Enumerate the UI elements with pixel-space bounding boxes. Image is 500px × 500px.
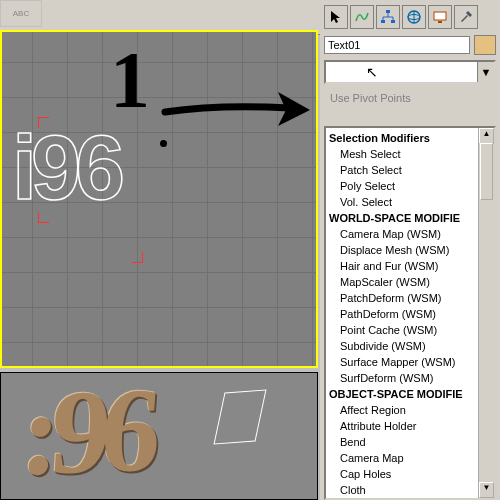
modifier-item[interactable]: Point Cache (WSM) [326, 322, 494, 338]
modifier-group-header: Selection Modifiers [326, 130, 494, 146]
modifier-item[interactable]: Camera Map (WSM) [326, 226, 494, 242]
text-object-i96[interactable]: i96 [12, 117, 119, 220]
modifier-group-header: WORLD-SPACE MODIFIE [326, 210, 494, 226]
modifier-item[interactable]: Hair and Fur (WSM) [326, 258, 494, 274]
svg-rect-1 [381, 20, 385, 23]
use-pivot-points-label: Use Pivot Points [324, 90, 496, 106]
modifier-item[interactable]: PathDeform (WSM) [326, 306, 494, 322]
svg-rect-0 [386, 10, 390, 13]
scroll-up-button[interactable]: ▲ [479, 128, 494, 144]
modifier-item[interactable]: Poly Select [326, 178, 494, 194]
modifier-group-header: OBJECT-SPACE MODIFIE [326, 386, 494, 402]
toolbar-cropped-left: ABC [0, 0, 42, 27]
motion-globe-icon[interactable] [402, 5, 426, 29]
utilities-hammer-icon[interactable] [454, 5, 478, 29]
modifier-item[interactable]: Cap Holes [326, 466, 494, 482]
display-monitor-icon[interactable] [428, 5, 452, 29]
scroll-down-button[interactable]: ▼ [479, 482, 494, 498]
toolbar-spacer [2, 5, 322, 29]
modifier-item[interactable]: MapScaler (WSM) [326, 274, 494, 290]
modifier-item[interactable]: SurfDeform (WSM) [326, 370, 494, 386]
modifier-item[interactable]: Bend [326, 434, 494, 450]
modifier-item[interactable]: Patch Select [326, 162, 494, 178]
modifier-list: Selection ModifiersMesh SelectPatch Sele… [326, 128, 494, 500]
svg-rect-6 [438, 21, 442, 23]
cursor-arrow-icon: ↖ [366, 64, 378, 80]
modifier-item[interactable]: PatchDeform (WSM) [326, 290, 494, 306]
select-arrow-icon[interactable] [324, 5, 348, 29]
modifier-item[interactable]: Mesh Select [326, 146, 494, 162]
modifier-list-panel: Selection ModifiersMesh SelectPatch Sele… [324, 126, 496, 500]
object-name-input[interactable] [324, 36, 470, 54]
modifier-item[interactable]: Affect Region [326, 402, 494, 418]
modifier-item[interactable]: Displace Mesh (WSM) [326, 242, 494, 258]
modifier-list-scrollbar[interactable]: ▲ ▼ [478, 128, 494, 498]
modifier-item[interactable]: Attribute Holder [326, 418, 494, 434]
modifier-item[interactable]: Cloth [326, 482, 494, 498]
viewport-perspective[interactable]: :96 [0, 372, 318, 500]
object-color-swatch[interactable] [474, 35, 496, 55]
svg-rect-5 [434, 12, 446, 20]
modifier-item[interactable]: Camera Map [326, 450, 494, 466]
modifier-item[interactable]: Surface Mapper (WSM) [326, 354, 494, 370]
text-object-3d[interactable]: :96 [16, 372, 156, 500]
viewport-top[interactable]: i96 [0, 30, 318, 368]
command-panel: ↖ ▼ Use Pivot Points Selection Modifiers… [320, 30, 500, 500]
wireframe-box [213, 390, 266, 445]
modifier-item[interactable]: Vol. Select [326, 194, 494, 210]
hierarchy-icon[interactable] [376, 5, 400, 29]
modifier-item[interactable]: Subdivide (WSM) [326, 338, 494, 354]
dropdown-arrow-icon[interactable]: ▼ [477, 62, 494, 82]
curve-icon[interactable] [350, 5, 374, 29]
svg-rect-2 [391, 20, 395, 23]
scroll-thumb[interactable] [480, 143, 493, 200]
modifier-list-dropdown[interactable]: ↖ ▼ [324, 60, 496, 84]
